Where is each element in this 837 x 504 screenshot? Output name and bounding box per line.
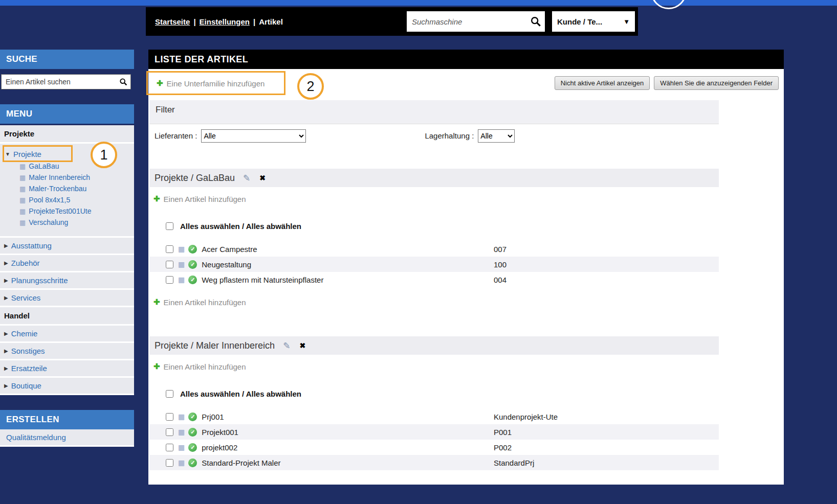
row-checkbox[interactable] <box>166 459 173 467</box>
grid-icon[interactable]: ▦ <box>178 428 185 436</box>
section-title: Projekte / Maler Innenbereich <box>155 340 275 351</box>
suppliers-select[interactable]: Alle <box>201 129 306 143</box>
sidebar-item-services[interactable]: ▶Services <box>0 290 134 307</box>
tree-item-projektetest001ute[interactable]: ▦ProjekteTest001Ute <box>0 205 134 217</box>
app-canvas: Startseite | Einstellungen | Artikel Kun… <box>0 0 837 504</box>
tree-item-pool[interactable]: ▦Pool 8x4x1,5 <box>0 194 134 205</box>
plus-icon: ✚ <box>153 297 160 307</box>
search-icon[interactable] <box>526 11 545 32</box>
grid-icon: ▦ <box>19 196 26 204</box>
grid-icon[interactable]: ▦ <box>178 413 185 421</box>
tree-item-label: Pool 8x4x1,5 <box>29 196 70 204</box>
stock-select[interactable]: Alle <box>478 129 515 143</box>
grid-icon[interactable]: ▦ <box>178 459 185 467</box>
triangle-down-icon: ▼ <box>5 151 10 157</box>
row-checkbox[interactable] <box>166 413 173 421</box>
tree-item-label: Maler Innenbereich <box>29 173 90 181</box>
row-checkbox[interactable] <box>166 428 173 436</box>
breadcrumb-current: Artikel <box>259 17 283 26</box>
table-row[interactable]: ▦ ✓ Standard-Projekt Maler StandardPrj <box>149 455 719 470</box>
triangle-right-icon: ▶ <box>4 295 8 301</box>
table-row[interactable]: ▦ ✓ Projekt001 P001 <box>149 424 719 440</box>
tree-item-verschalung[interactable]: ▦Verschalung <box>0 217 134 228</box>
sidebar-item-boutique[interactable]: ▶Boutique <box>0 378 134 395</box>
sidebar-erstellen-header: ERSTELLEN <box>0 410 134 429</box>
select-all-checkbox[interactable] <box>166 390 173 398</box>
page-title: LISTE DER ARTIKEL <box>148 50 784 69</box>
choose-fields-button[interactable]: Wählen Sie die anzuzeigenden Felder <box>654 76 779 90</box>
global-search-input[interactable] <box>407 17 526 26</box>
table-row[interactable]: ▦ ✓ Weg pflastern mit Natursteinpflaster… <box>149 272 719 287</box>
table-row[interactable]: ▦ ✓ Prj001 Kundenprojekt-Ute <box>149 409 719 424</box>
section-title: Projekte / GaLaBau <box>155 173 235 184</box>
select-all-label: Alles auswählen / Alles abwählen <box>180 222 301 231</box>
sidebar-item-label: Chemie <box>11 329 38 338</box>
customer-dropdown-value: Kunde / Te... <box>557 17 602 26</box>
row-checkbox[interactable] <box>166 444 173 451</box>
add-article-link[interactable]: ✚ Einen Artikel hinzufügen <box>153 362 246 371</box>
sidebar-item-qualitaetsmeldung[interactable]: Qualitätsmeldung <box>0 429 134 447</box>
close-icon[interactable]: ✖ <box>299 341 305 350</box>
active-status-icon: ✓ <box>188 276 197 284</box>
edit-icon[interactable]: ✎ <box>283 340 290 351</box>
grid-icon: ▦ <box>19 219 26 226</box>
article-search-input[interactable] <box>2 78 116 86</box>
search-icon[interactable] <box>116 78 130 86</box>
grid-icon: ▦ <box>19 163 26 170</box>
sidebar-item-ausstattung[interactable]: ▶Ausstattung <box>0 238 134 255</box>
grid-icon[interactable]: ▦ <box>178 260 185 268</box>
tree-item-maler-innenbereich[interactable]: ▦Maler Innenbereich <box>0 172 134 183</box>
article-rows: ▦ ✓ Prj001 Kundenprojekt-Ute ▦ ✓ Projekt… <box>149 409 719 470</box>
grid-icon[interactable]: ▦ <box>178 245 185 253</box>
sidebar-item-planungsschritte[interactable]: ▶Planungsschritte <box>0 272 134 290</box>
article-name: projekt002 <box>202 443 237 452</box>
article-name: Neugestaltung <box>202 260 251 269</box>
article-rows: ▦ ✓ Acer Campestre 007 ▦ ✓ Neugestaltung… <box>149 241 719 287</box>
plus-icon: ✚ <box>153 194 160 203</box>
filter-panel: Filter Lieferanten : Alle Lagerhaltung :… <box>149 100 719 147</box>
top-accent-strip <box>0 0 837 6</box>
active-status-icon: ✓ <box>188 443 197 452</box>
article-name: Prj001 <box>202 413 224 421</box>
article-code: 004 <box>494 276 506 284</box>
table-row[interactable]: ▦ ✓ Acer Campestre 007 <box>149 241 719 257</box>
triangle-right-icon: ▶ <box>4 278 8 283</box>
close-icon[interactable]: ✖ <box>259 174 266 182</box>
row-checkbox[interactable] <box>166 245 173 253</box>
triangle-right-icon: ▶ <box>4 243 8 248</box>
tree-item-label: Verschalung <box>29 218 68 226</box>
customer-dropdown[interactable]: Kunde / Te... ▼ <box>552 11 635 32</box>
add-article-link[interactable]: ✚ Einen Artikel hinzufügen <box>153 297 246 307</box>
grid-icon: ▦ <box>19 174 26 181</box>
edit-icon[interactable]: ✎ <box>243 173 250 184</box>
grid-icon: ▦ <box>19 208 26 215</box>
breadcrumb-einstellungen-link[interactable]: Einstellungen <box>200 17 250 26</box>
sidebar-item-ersatzteile[interactable]: ▶Ersatzteile <box>0 360 134 378</box>
row-checkbox[interactable] <box>166 261 173 268</box>
table-row[interactable]: ▦ ✓ projekt002 P002 <box>149 440 719 455</box>
plus-icon: ✚ <box>153 362 160 371</box>
sidebar-item-chemie[interactable]: ▶Chemie <box>0 326 134 343</box>
table-row[interactable]: ▦ ✓ Neugestaltung 100 <box>149 257 719 272</box>
show-inactive-button[interactable]: Nicht aktive Artikel anzeigen <box>555 76 650 90</box>
grid-icon[interactable]: ▦ <box>178 443 185 451</box>
article-code: Kundenprojekt-Ute <box>494 413 558 421</box>
tree-item-maler-trockenbau[interactable]: ▦Maler-Trockenbau <box>0 183 134 194</box>
select-all-row: Alles auswählen / Alles abwählen <box>166 390 301 398</box>
sidebar-item-sonstiges[interactable]: ▶Sonstiges <box>0 343 134 360</box>
add-article-link[interactable]: ✚ Einen Artikel hinzufügen <box>153 194 246 203</box>
main-content: LISTE DER ARTIKEL ✚ Eine Unterfamilie hi… <box>148 50 784 485</box>
sidebar-item-label: Ausstattung <box>11 241 52 250</box>
grid-icon[interactable]: ▦ <box>178 276 185 284</box>
annotation-step-1: 1 <box>91 142 117 168</box>
sidebar-item-zubehoer[interactable]: ▶Zubehör <box>0 255 134 272</box>
select-all-checkbox[interactable] <box>166 222 173 230</box>
triangle-right-icon: ▶ <box>4 348 8 354</box>
article-name: Weg pflastern mit Natursteinpflaster <box>202 276 323 284</box>
grid-icon: ▦ <box>19 185 26 193</box>
sidebar-item-label: Services <box>11 293 41 302</box>
section-header: Projekte / Maler Innenbereich ✎ ✖ <box>149 336 719 355</box>
breadcrumb-startseite-link[interactable]: Startseite <box>155 17 190 26</box>
row-checkbox[interactable] <box>166 276 173 284</box>
add-subfamily-link[interactable]: ✚ Eine Unterfamilie hinzufügen <box>157 79 265 88</box>
